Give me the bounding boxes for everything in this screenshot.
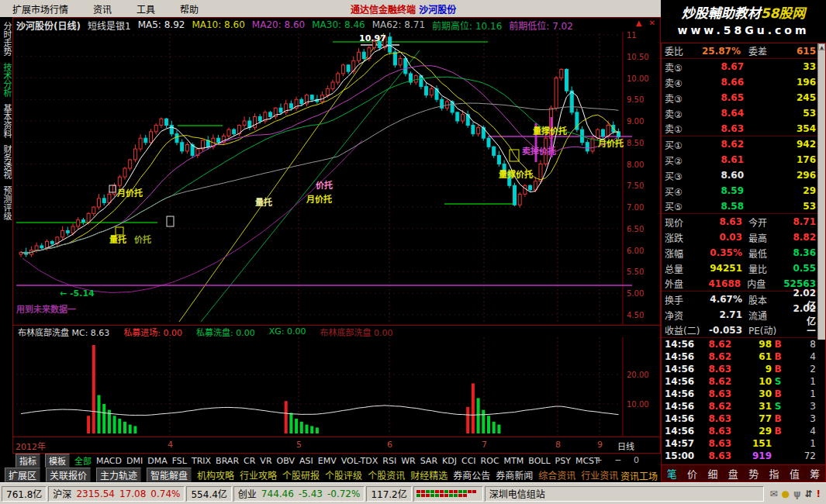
footer-tab-价[interactable]: 价 — [687, 466, 697, 481]
tick-row-3[interactable]: 14:568.6210S1 — [662, 375, 825, 388]
connection-station[interactable]: 深圳电信组站 — [485, 486, 765, 502]
footer-tab-细[interactable]: 细 — [707, 466, 717, 481]
sidebar-item-4[interactable]: 预测评级 — [1, 186, 12, 220]
zoom-controls[interactable]: + − 0 — [596, 455, 644, 465]
index-pct: -0.72% — [327, 488, 360, 499]
news-tab-11[interactable]: 券商新闻 — [496, 468, 533, 482]
tick-row-5[interactable]: 14:568.6231S3 — [662, 400, 825, 413]
footer-tab-指[interactable]: 指 — [769, 466, 779, 481]
news-tab-5[interactable]: 行业攻略 — [240, 468, 277, 482]
candlestick-chart[interactable]: 1110.5010.009.509.008.508.007.507.006.50… — [13, 32, 660, 325]
indicator-tab-指标[interactable]: 指标 — [16, 454, 40, 468]
tick-row-4[interactable]: 14:568.6330B1 — [662, 388, 825, 400]
pane-controls[interactable]: ▲ ✕ — [636, 19, 658, 27]
menu-item-1[interactable]: 资讯 — [81, 2, 124, 16]
indicator-tab-DMI[interactable]: DMI — [126, 456, 143, 466]
indicator-tab-WR[interactable]: WR — [401, 456, 416, 466]
depth-row-卖⑤[interactable]: 卖⑤8.6733 — [662, 59, 825, 74]
quote-scrollbar[interactable]: ▲ — [817, 43, 825, 340]
indicator-tab-VOL-TDX[interactable]: VOL-TDX — [341, 456, 378, 466]
indicator-tab-BRAR[interactable]: BRAR — [216, 456, 239, 466]
depth-row-卖④[interactable]: 卖④8.66196 — [662, 74, 825, 90]
scroll-up-icon[interactable]: ▲ — [818, 43, 825, 50]
depth-row-买①[interactable]: 买①8.62942 — [662, 136, 825, 152]
globe-icon[interactable]: ● — [781, 488, 789, 499]
indicator-tab-PSY[interactable]: PSY — [555, 456, 571, 466]
depth-row-买⑤[interactable]: 买⑤8.5853 — [662, 198, 825, 214]
indicator-tab-CCI[interactable]: CCI — [461, 456, 476, 466]
indicator-tab-EMV[interactable]: EMV — [318, 456, 337, 466]
indicator-chart[interactable]: 20.0010.00 — [13, 337, 660, 437]
indicator-tab-ASI[interactable]: ASI — [299, 456, 313, 466]
news-tab-6[interactable]: 个股研报 — [282, 468, 320, 482]
indicator-tab-VR[interactable]: VR — [260, 456, 271, 466]
tick-row-1[interactable]: 14:568.6261B4 — [662, 350, 825, 363]
footer-tab-势[interactable]: 势 — [748, 466, 759, 481]
tick-row-6[interactable]: 14:568.6377B3 — [662, 413, 825, 425]
tick-row-7[interactable]: 14:568.6329B4 — [662, 425, 825, 437]
indicator-tab-OBV[interactable]: OBV — [277, 456, 295, 466]
news-tab-12[interactable]: 综合资讯 — [538, 468, 575, 482]
signal-icon[interactable]: ψ — [793, 488, 801, 499]
period-label[interactable]: 日线 — [617, 440, 634, 452]
indicator-tab-全部[interactable]: 全部 — [74, 454, 92, 467]
stat-label: 流通 — [742, 309, 786, 322]
tick-row-8[interactable]: 14:578.631511 — [662, 437, 825, 450]
news-tab-8[interactable]: 个股资讯 — [368, 468, 405, 482]
svg-text:20.00: 20.00 — [627, 371, 649, 379]
footer-tab-值[interactable]: 值 — [790, 466, 800, 481]
news-tab-2[interactable]: 主力轨迹 — [96, 468, 141, 482]
tick-volume: 151 — [731, 438, 772, 449]
sidebar-item-1[interactable]: 技术分析 — [1, 63, 12, 97]
chart-annotation-0: 10.97 — [359, 33, 386, 43]
depth-row-卖③[interactable]: 卖③8.65245 — [662, 90, 825, 105]
news-tab-7[interactable]: 个股评级 — [325, 468, 362, 482]
sidebar-item-0[interactable]: 分时走势 — [1, 22, 12, 56]
depth-row-卖②[interactable]: 卖②8.6453 — [662, 105, 825, 121]
alert-icon[interactable]: ! — [817, 488, 821, 499]
menu-item-0[interactable]: 扩展市场行情 — [0, 2, 81, 16]
depth-row-买②[interactable]: 买②8.61176 — [662, 152, 825, 167]
menu-item-3[interactable]: 帮助 — [168, 2, 211, 16]
stat-label: 最高 — [742, 231, 786, 244]
news-tab-4[interactable]: 机构攻略 — [197, 468, 234, 482]
indicator-tab-MTM[interactable]: MTM — [504, 456, 524, 466]
footer-tab-筹[interactable]: 筹 — [810, 466, 820, 481]
news-tab-3[interactable]: 智能解盘 — [147, 468, 192, 482]
news-tab-0[interactable]: 扩展区 — [5, 468, 40, 482]
news-tab-13[interactable]: 行业资讯 — [581, 468, 618, 482]
indicator-tab-TRIX[interactable]: TRIX — [192, 456, 211, 466]
indicator-tab-ROC[interactable]: ROC — [481, 456, 499, 466]
heat-block — [430, 490, 434, 493]
news-tab-1[interactable]: 关联报价 — [46, 468, 91, 482]
sidebar-item-3[interactable]: 财务透视 — [1, 145, 12, 179]
tick-row-0[interactable]: 14:568.6298B8 — [662, 338, 825, 350]
indicator-tab-KDJ[interactable]: KDJ — [442, 456, 457, 466]
tick-row-2[interactable]: 14:568.639B2 — [662, 363, 825, 375]
depth-row-买③[interactable]: 买③8.60296 — [662, 167, 825, 183]
indicator-tab-SAR[interactable]: SAR — [420, 456, 437, 466]
tick-direction: B — [772, 364, 784, 375]
index-cy[interactable]: 创业744.46-5.43-0.72% — [233, 486, 365, 502]
indicator-tab-模板[interactable]: 模板 — [45, 454, 70, 468]
depth-row-卖①[interactable]: 卖①8.63354 — [662, 121, 825, 136]
depth-row-买④[interactable]: 买④8.5929 — [662, 183, 825, 198]
indicator-tab-CR[interactable]: CR — [244, 456, 255, 466]
menu-item-2[interactable]: 工具 — [124, 2, 168, 16]
sidebar-item-2[interactable]: 基本资料 — [1, 104, 12, 138]
envelope-icon[interactable]: ✉ — [769, 488, 777, 499]
tab-news-factory[interactable]: 资讯工场 — [620, 469, 658, 482]
indicator-tab-DMA[interactable]: DMA — [147, 456, 168, 466]
footer-tab-笔[interactable]: 笔 — [667, 466, 677, 481]
news-tab-10[interactable]: 券商公告 — [453, 468, 490, 482]
sort-icon[interactable]: ⇵ — [804, 488, 812, 499]
index-hs[interactable]: 沪深2315.5417.080.74% — [48, 486, 185, 502]
footer-tab-盘[interactable]: 盘 — [728, 466, 738, 481]
ad-banner[interactable]: 炒股輔助教材58股网 www.58Gu.com — [661, 0, 826, 43]
tick-row-9[interactable]: 15:008.6391972 — [662, 450, 825, 462]
news-tab-9[interactable]: 财经精选 — [410, 468, 448, 482]
indicator-tab-RSI[interactable]: RSI — [382, 456, 396, 466]
indicator-tab-BOLL[interactable]: BOLL — [528, 456, 550, 466]
indicator-tab-FSL[interactable]: FSL — [172, 456, 187, 466]
indicator-tab-MACD[interactable]: MACD — [96, 456, 122, 466]
